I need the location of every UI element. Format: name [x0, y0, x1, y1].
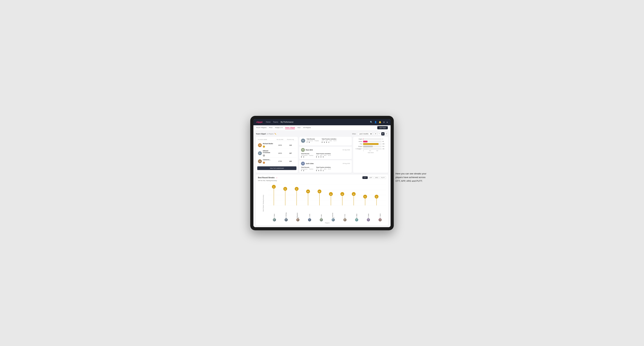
josh-ott-val: 0	[316, 170, 317, 172]
ott-val-top: 0	[322, 141, 322, 143]
player-count: 14 Players	[266, 133, 274, 135]
svg-text:4x: 4x	[353, 193, 354, 195]
svg-text:5x: 5x	[319, 191, 320, 192]
x-player-8: M. Miller MM	[351, 212, 362, 221]
player-avatar-x10: CQ	[378, 218, 382, 221]
svg-text:4x: 4x	[330, 193, 332, 195]
team-name: Team Clippd	[256, 133, 266, 135]
player-info-1: RB Richard Butler 1	[258, 143, 275, 148]
rees-name[interactable]: Rees Britt	[306, 149, 313, 151]
tournament-label: Tournament	[306, 140, 313, 141]
sub-nav-tabs: PGAT Players PGA Hcaps 1-5 Team Clippd T…	[256, 127, 311, 129]
josh-date: 26 Aug 2023	[343, 163, 350, 164]
y-axis-label-container: Best Streak, Fairway Accuracy	[258, 183, 268, 224]
rees-app-val: 0	[318, 156, 319, 158]
top-rounds-group: Total Rounds Tournament Practice 7 6	[306, 138, 319, 143]
josh-name[interactable]: Josh Coles	[306, 163, 314, 165]
user-icon[interactable]: 👤	[374, 121, 377, 123]
players-x-axis-label: Players	[268, 222, 386, 224]
tab-pgat[interactable]: PGAT Players	[256, 127, 266, 129]
rees-rounds-title: Total Rounds	[301, 153, 313, 155]
top-player-card: TC Total Rounds Tournament Practice	[299, 137, 352, 146]
rees-app-label: APP	[320, 155, 322, 156]
bar-row-pars: Pars 499	[354, 143, 387, 145]
player-name-2[interactable]: Edward Crossman	[263, 150, 275, 154]
rees-putt-val: 0	[323, 156, 324, 158]
top-card-avatar: TC	[301, 139, 305, 143]
grid-view-btn[interactable]: ⊞	[374, 132, 377, 135]
svg-text:5x: 5x	[307, 191, 309, 192]
edit-icon[interactable]: ✏️	[274, 133, 276, 135]
x-player-2: B. McHarg BM	[280, 212, 292, 221]
pc-name-row-josh: JC Josh Coles	[301, 162, 314, 166]
pars-value: 499	[382, 143, 387, 145]
svg-text:6x: 6x	[296, 188, 298, 190]
player-avg-2: 107	[285, 152, 296, 154]
josh-rounds: Total Rounds Tournament Practice 7 2	[301, 167, 313, 172]
tab-pga[interactable]: PGA	[269, 127, 272, 129]
card-view-btn[interactable]: ▦	[381, 132, 384, 135]
player-info-3: CA Cameron... 3	[258, 159, 275, 164]
leaderboard-card: PLAYER NAME PB SCORE PB AVG SQ RB Richar…	[256, 137, 298, 173]
filter-putt[interactable]: PUTT	[380, 176, 386, 179]
player-avatar-x7: DF	[343, 218, 346, 221]
eagles-track	[363, 138, 382, 140]
filter-ott[interactable]: OTT	[362, 176, 368, 179]
player-name-3[interactable]: Cameron...	[263, 159, 270, 161]
pc-name-row-rees: RB Rees Britt	[301, 148, 313, 152]
josh-practice-title: Total Practice Activities	[316, 167, 331, 168]
list-view-btn[interactable]: ≡	[378, 132, 381, 135]
rees-date: 02 Sep 2023	[342, 149, 350, 151]
avatar-2: EC	[258, 151, 262, 155]
josh-app-val: 0	[318, 170, 319, 172]
two-col-layout: PLAYER NAME PB SCORE PB AVG SQ RB Richar…	[256, 137, 388, 173]
view-leaderboard-button[interactable]: View Full Leaderboard	[257, 166, 296, 170]
x-player-1: E. Ebert EE	[268, 212, 280, 221]
x-player-9: R. Butler RB	[362, 212, 374, 221]
period-select[interactable]: Last 3 months	[357, 132, 372, 135]
bogeys-fill	[363, 146, 373, 147]
svg-text:7x: 7x	[273, 186, 274, 188]
player-name-1[interactable]: Richard Butler	[263, 143, 273, 145]
rees-practice-label: Practice	[309, 155, 313, 156]
nav-home[interactable]: Home	[266, 121, 270, 123]
tab-team-clippd[interactable]: Team Clippd	[285, 127, 295, 129]
nav-my-performance[interactable]: My Performance	[280, 121, 293, 123]
svg-text:3x: 3x	[376, 196, 377, 197]
streaks-filter-buttons: OTT APP ARG PUTT	[362, 176, 386, 179]
bar-row-eagles: Eagles 3	[354, 138, 387, 140]
rank-badge-1: 1	[263, 146, 265, 148]
x-400: 400	[376, 150, 378, 151]
rees-stats: Total Rounds Tournament Practice 8 4	[301, 153, 350, 158]
josh-app-label: APP	[320, 169, 322, 170]
rees-arg-label: ARG	[324, 155, 326, 156]
table-row: RB Richard Butler 1 19/20 110	[257, 142, 296, 149]
streak-chart-area: 0 2 4 6 8 7x 6x	[268, 183, 386, 224]
top-card-stats: Total Rounds Tournament Practice 7 6	[306, 138, 350, 143]
bell-icon[interactable]: 🔔	[379, 121, 381, 123]
add-team-button[interactable]: Add Team	[377, 126, 388, 129]
profile-icon[interactable]: ●	[386, 121, 388, 123]
x-axis-players: E. Ebert EE B. McHarg BM D. Billingham D…	[268, 212, 386, 221]
team-controls: Show Last 3 months ⊞ ≡ ▦ ⊟	[352, 132, 388, 135]
birdies-label: Birdies	[354, 141, 362, 142]
tab-tour[interactable]: Tour	[297, 127, 300, 129]
tab-all-players[interactable]: All Players	[303, 127, 311, 129]
filter-app[interactable]: APP	[368, 176, 374, 179]
player-avg-3: 103	[285, 161, 296, 162]
team-header: Team Clippd 14 Players ✏️ Show Last 3 mo…	[256, 132, 388, 135]
player-avatar-x3: DB	[296, 218, 300, 221]
search-icon[interactable]: 🔍	[370, 121, 372, 123]
tab-hcaps[interactable]: Hcaps 1-5	[275, 127, 282, 129]
table-view-btn[interactable]: ⊟	[385, 132, 388, 135]
dbogeys-fill	[363, 148, 367, 150]
svg-text:4x: 4x	[342, 193, 343, 195]
lb-col-player: PLAYER NAME	[258, 139, 275, 140]
filter-arg[interactable]: ARG	[374, 176, 380, 179]
rees-ott-label: OTT	[316, 155, 318, 156]
total-rounds-label: Total Rounds	[306, 138, 319, 140]
x-player-7: D. Ford DF	[339, 212, 351, 221]
nav-teams[interactable]: Teams	[273, 121, 278, 123]
settings-icon[interactable]: ⊕	[383, 121, 385, 123]
birdies-track	[363, 141, 382, 142]
